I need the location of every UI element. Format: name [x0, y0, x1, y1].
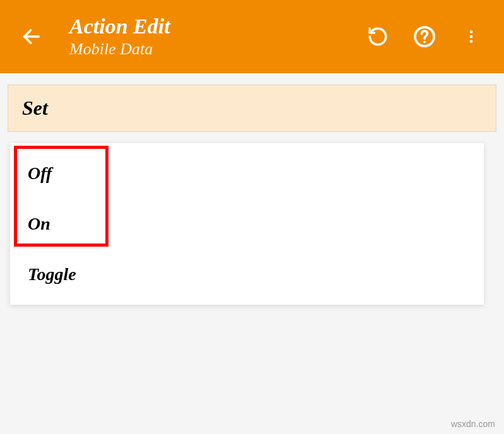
overflow-menu-button[interactable]: [457, 23, 485, 50]
svg-point-5: [470, 40, 473, 43]
option-label: Toggle: [28, 264, 76, 284]
header-actions: [364, 23, 491, 50]
app-header: Action Edit Mobile Data: [0, 0, 504, 73]
main-content: Set Off On Toggle: [0, 73, 504, 316]
help-button[interactable]: [411, 23, 438, 50]
svg-point-4: [470, 35, 473, 38]
attribution-watermark: wsxdn.com: [451, 419, 495, 429]
options-dropdown: Off On Toggle: [10, 143, 484, 305]
help-icon: [413, 25, 436, 48]
option-on[interactable]: On: [10, 199, 484, 249]
page-subtitle: Mobile Data: [69, 40, 364, 59]
back-button[interactable]: [13, 18, 50, 56]
option-label: On: [28, 214, 50, 233]
more-vert-icon: [463, 28, 479, 45]
section-label: Set: [22, 97, 48, 119]
arrow-left-icon: [21, 26, 42, 47]
option-label: Off: [28, 163, 52, 183]
option-toggle[interactable]: Toggle: [10, 249, 484, 300]
undo-button[interactable]: [364, 23, 392, 50]
page-title: Action Edit: [69, 15, 364, 38]
option-off[interactable]: Off: [10, 148, 484, 199]
section-header: Set: [8, 85, 496, 132]
undo-icon: [367, 26, 389, 47]
svg-point-3: [470, 30, 473, 33]
header-titles: Action Edit Mobile Data: [69, 15, 364, 59]
